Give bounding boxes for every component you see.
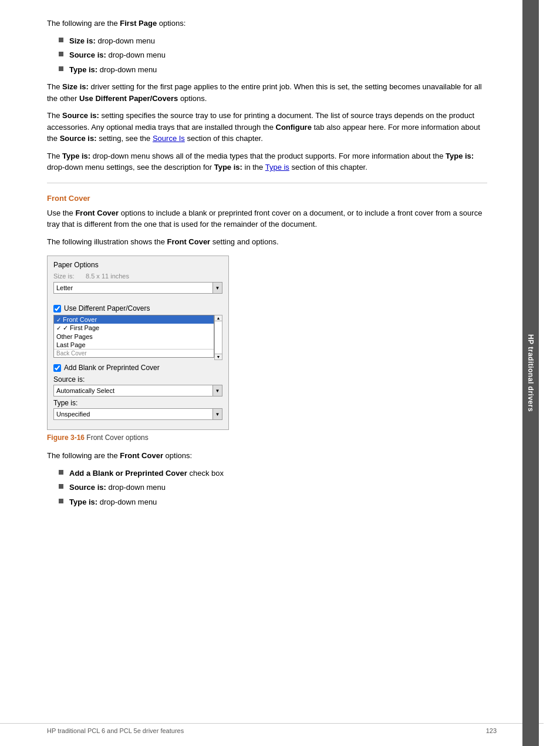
type-is-link[interactable]: Type is xyxy=(265,163,289,172)
figure-caption: Figure 3-16 Front Cover options xyxy=(47,434,487,442)
size-is-label: Size is: xyxy=(53,273,86,280)
source-is-label-top: Source is: xyxy=(53,375,222,384)
side-tab: HP traditional drivers xyxy=(522,0,539,746)
footer-left: HP traditional PCL 6 and PCL 5e driver f… xyxy=(47,727,184,734)
add-blank-checkbox-row[interactable]: Add Blank or Preprinted Cover xyxy=(53,364,222,372)
bullet-icon xyxy=(59,470,63,475)
use-different-checkbox-row[interactable]: Use Different Paper/Covers xyxy=(53,304,222,312)
bullet-icon xyxy=(59,52,63,56)
bullet-list-2: Add a Blank or Preprinted Cover check bo… xyxy=(59,468,487,508)
footer-right: 123 xyxy=(486,727,497,734)
add-blank-label: Add Blank or Preprinted Cover xyxy=(64,364,160,372)
listbox-scrollbar[interactable]: ▲ ▼ xyxy=(214,315,222,360)
front-cover-paragraph-2: The following illustration shows the Fro… xyxy=(47,236,487,248)
size-dropdown[interactable]: Letter ▼ xyxy=(53,282,222,294)
size-is-value: 8.5 x 11 inches xyxy=(86,273,129,280)
list-item: Add a Blank or Preprinted Cover check bo… xyxy=(59,468,487,479)
front-cover-options-intro: The following are the Front Cover option… xyxy=(47,450,487,462)
size-is-row: Size is: 8.5 x 11 inches xyxy=(53,273,222,280)
size-paragraph: The Size is: driver setting for the firs… xyxy=(47,81,487,104)
type-is-label-top: Type is: xyxy=(53,399,222,407)
source-dropdown-value: Automatically Select xyxy=(54,387,212,395)
listbox-item-other-pages[interactable]: Other Pages xyxy=(54,332,214,341)
source-is-link[interactable]: Source Is xyxy=(153,134,185,143)
listbox-wrapper: Front Cover ✓ First Page Other Pages Las… xyxy=(53,315,222,360)
list-item: Type is: drop-down menu xyxy=(59,64,487,76)
listbox-item-back-cover[interactable]: Back Cover xyxy=(54,349,214,357)
use-different-label: Use Different Paper/Covers xyxy=(64,304,150,312)
section-divider xyxy=(47,183,487,183)
side-tab-label: HP traditional drivers xyxy=(527,334,535,412)
listbox-item-last-page[interactable]: Last Page xyxy=(54,341,214,349)
type-dropdown-value: Unspecified xyxy=(54,410,212,418)
list-item: Source is: drop-down menu xyxy=(59,482,487,493)
front-cover-paragraph-1: Use the Front Cover options to include a… xyxy=(47,207,487,230)
scroll-up-button[interactable]: ▲ xyxy=(216,315,221,321)
scroll-down-button[interactable]: ▼ xyxy=(216,354,221,359)
scroll-track xyxy=(215,321,222,354)
source-dropdown-arrow: ▼ xyxy=(212,385,222,396)
size-dropdown-arrow: ▼ xyxy=(212,283,222,293)
intro-paragraph: The following are the First Page options… xyxy=(47,18,487,29)
bullet-icon xyxy=(59,66,63,71)
type-dropdown-arrow: ▼ xyxy=(212,409,222,419)
use-different-checkbox[interactable] xyxy=(53,305,61,312)
paper-options-widget: Paper Options Size is: 8.5 x 11 inches L… xyxy=(47,256,229,430)
size-dropdown-value: Letter xyxy=(54,284,212,292)
add-blank-checkbox[interactable] xyxy=(53,364,61,372)
bullet-icon xyxy=(59,499,63,503)
listbox-item-first-page[interactable]: ✓ First Page xyxy=(54,324,214,332)
pages-listbox[interactable]: Front Cover ✓ First Page Other Pages Las… xyxy=(53,315,214,358)
type-dropdown[interactable]: Unspecified ▼ xyxy=(53,408,222,420)
widget-title: Paper Options xyxy=(53,261,222,269)
figure-caption-text: Front Cover options xyxy=(85,434,149,442)
listbox-item-front-cover[interactable]: Front Cover xyxy=(54,315,214,324)
source-dropdown[interactable]: Automatically Select ▼ xyxy=(53,385,222,396)
list-item: Source is: drop-down menu xyxy=(59,49,487,61)
bullet-list-1: Size is: drop-down menu Source is: drop-… xyxy=(59,35,487,76)
bullet-icon xyxy=(59,484,63,489)
page-footer: HP traditional PCL 6 and PCL 5e driver f… xyxy=(0,723,544,734)
bullet-icon xyxy=(59,38,63,42)
list-item: Size is: drop-down menu xyxy=(59,35,487,47)
section-heading-front-cover: Front Cover xyxy=(47,194,487,203)
list-item: Type is: drop-down menu xyxy=(59,496,487,508)
source-paragraph: The Source is: setting specifies the sou… xyxy=(47,110,487,145)
figure-caption-label: Figure 3-16 xyxy=(47,434,85,442)
type-paragraph: The Type is: drop-down menu shows all of… xyxy=(47,150,487,173)
